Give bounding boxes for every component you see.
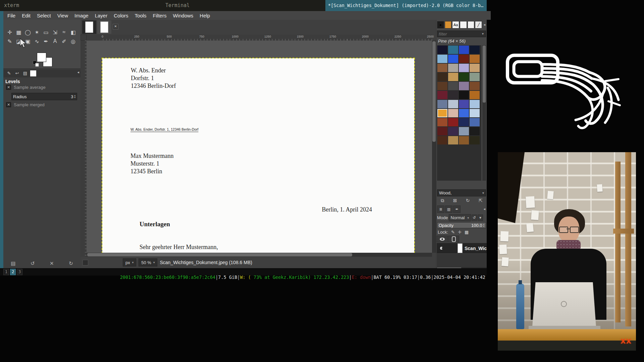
- scrollbar-thumb[interactable]: [432, 41, 436, 142]
- delete-preset-icon[interactable]: ✕: [50, 260, 54, 266]
- menu-item[interactable]: Tools: [135, 13, 147, 18]
- quick-mask-toggle[interactable]: [83, 260, 88, 265]
- tab-xterm[interactable]: xterm: [4, 2, 19, 8]
- pattern-swatch[interactable]: [459, 100, 469, 108]
- pattern-swatch[interactable]: [470, 73, 480, 81]
- pattern-swatch[interactable]: [470, 91, 480, 99]
- menu-item[interactable]: Edit: [22, 13, 31, 18]
- pattern-swatch[interactable]: [437, 46, 447, 54]
- pattern-swatch[interactable]: [470, 109, 480, 117]
- smudge-tool-icon[interactable]: ∿: [34, 38, 40, 45]
- eye-icon[interactable]: [440, 247, 443, 250]
- channels-tab-icon[interactable]: ▥: [445, 205, 452, 213]
- radius-input[interactable]: Radius 3 ▴▾: [11, 93, 77, 100]
- text-tool-icon[interactable]: A: [52, 38, 58, 45]
- layer-row[interactable]: Scan_Wic: [437, 243, 487, 253]
- pattern-swatch[interactable]: [470, 100, 480, 108]
- pattern-swatch[interactable]: [459, 136, 469, 144]
- pattern-swatch[interactable]: [459, 91, 469, 99]
- gradients-tab-icon[interactable]: ╱: [475, 21, 482, 28]
- menu-item[interactable]: Image: [74, 13, 89, 18]
- move-tool-icon[interactable]: ✛: [7, 29, 13, 36]
- pattern-swatch[interactable]: [470, 127, 480, 135]
- color-picker-tool-icon[interactable]: ✐: [61, 38, 67, 45]
- pattern-swatch[interactable]: [437, 82, 447, 90]
- workspace-button[interactable]: 2: [10, 269, 16, 275]
- pattern-swatch[interactable]: [448, 118, 458, 126]
- pattern-swatch[interactable]: [437, 127, 447, 135]
- pattern-swatch[interactable]: [437, 109, 447, 117]
- layers-tab-icon[interactable]: ≣: [437, 205, 444, 213]
- pattern-swatch[interactable]: [459, 118, 469, 126]
- brushes-tab-icon[interactable]: ●: [437, 21, 444, 28]
- lock-pixels-icon[interactable]: ✎: [451, 230, 455, 235]
- dock-menu-icon[interactable]: ◂: [483, 207, 485, 211]
- pattern-filter-input[interactable]: [437, 31, 486, 37]
- bucket-fill-tool-icon[interactable]: ◧: [70, 29, 76, 36]
- pattern-swatch[interactable]: [470, 55, 480, 63]
- radius-value[interactable]: 3: [71, 94, 73, 99]
- save-preset-icon[interactable]: ▤: [11, 260, 15, 266]
- mode-reset-icon[interactable]: ↺: [472, 215, 477, 221]
- duplicate-pattern-icon[interactable]: ⧉: [441, 198, 444, 203]
- link-header[interactable]: [448, 236, 459, 242]
- menu-item[interactable]: Windows: [173, 13, 193, 18]
- chevron-down-icon[interactable]: ▾: [482, 32, 484, 36]
- pattern-swatch[interactable]: [448, 127, 458, 135]
- layer-name[interactable]: Scan_Wic: [465, 246, 487, 251]
- pattern-swatch[interactable]: [437, 73, 447, 81]
- warp-tool-icon[interactable]: ≈: [61, 29, 67, 36]
- menu-item[interactable]: Help: [200, 13, 210, 18]
- pattern-swatch[interactable]: [437, 118, 447, 126]
- pattern-swatch[interactable]: [470, 118, 480, 126]
- pattern-scrollbar[interactable]: [482, 45, 486, 181]
- fuzzy-select-tool-icon[interactable]: ✶: [34, 29, 40, 36]
- pattern-swatch[interactable]: [448, 136, 458, 144]
- scrollbar-thumb[interactable]: [87, 253, 352, 256]
- ruler-corner[interactable]: [80, 35, 87, 41]
- mode-select[interactable]: Normal ▾: [449, 214, 471, 221]
- pattern-swatch[interactable]: [459, 109, 469, 117]
- paintbrush-tool-icon[interactable]: ✎: [7, 38, 13, 45]
- scrollbar-thumb[interactable]: [483, 46, 486, 103]
- fg-color-swatch[interactable]: [37, 53, 46, 62]
- pattern-swatch[interactable]: [459, 55, 469, 63]
- paths-tab-icon[interactable]: ✒: [453, 205, 461, 213]
- sample-average-row[interactable]: Sample average: [6, 85, 46, 90]
- crop-tool-icon[interactable]: ▭: [43, 29, 49, 36]
- chevron-down-icon[interactable]: ▾: [478, 215, 483, 221]
- pointer-tab-icon[interactable]: ▤: [22, 70, 28, 76]
- menu-item[interactable]: Layer: [95, 13, 108, 18]
- pattern-swatch[interactable]: [470, 136, 480, 144]
- undo-history-tab-icon[interactable]: ↩: [14, 70, 20, 76]
- menu-item[interactable]: View: [57, 13, 68, 18]
- pattern-swatch[interactable]: [470, 82, 480, 90]
- checkbox-checked-icon[interactable]: [6, 102, 11, 107]
- horizontal-ruler[interactable]: 02505007501000125015001750200022502500: [87, 35, 432, 41]
- horizontal-scrollbar[interactable]: [87, 253, 432, 257]
- checkbox-checked-icon[interactable]: [6, 85, 11, 90]
- patterns-tab-icon[interactable]: [445, 21, 452, 28]
- pattern-swatch[interactable]: [448, 91, 458, 99]
- pattern-swatch[interactable]: [437, 100, 447, 108]
- vertical-ruler[interactable]: [80, 41, 87, 257]
- pattern-swatch[interactable]: [459, 127, 469, 135]
- refresh-patterns-icon[interactable]: ↻: [466, 198, 470, 203]
- lock-alpha-icon[interactable]: ▩: [465, 230, 469, 235]
- workspace-button[interactable]: 3: [17, 269, 22, 275]
- image-tab-active[interactable]: [82, 20, 96, 34]
- pattern-swatch[interactable]: [448, 100, 458, 108]
- spinner-icon[interactable]: ▴▾: [483, 223, 484, 227]
- lock-position-icon[interactable]: ✛: [458, 230, 462, 235]
- pattern-swatch[interactable]: [459, 64, 469, 72]
- document-page[interactable]: W. Abs. EnderDorfstr. 112346 Berlin-Dorf…: [102, 58, 414, 253]
- menu-item[interactable]: File: [7, 13, 15, 18]
- pattern-swatch[interactable]: [459, 82, 469, 90]
- pattern-swatch[interactable]: [470, 64, 480, 72]
- fonts-tab-icon[interactable]: Aa: [452, 21, 459, 28]
- workspace-button[interactable]: 1: [3, 269, 9, 275]
- pattern-swatch[interactable]: [437, 91, 447, 99]
- fg-bg-colors[interactable]: [33, 52, 56, 67]
- pattern-swatch[interactable]: [448, 46, 458, 54]
- sample-merged-row[interactable]: Sample merged: [6, 102, 45, 107]
